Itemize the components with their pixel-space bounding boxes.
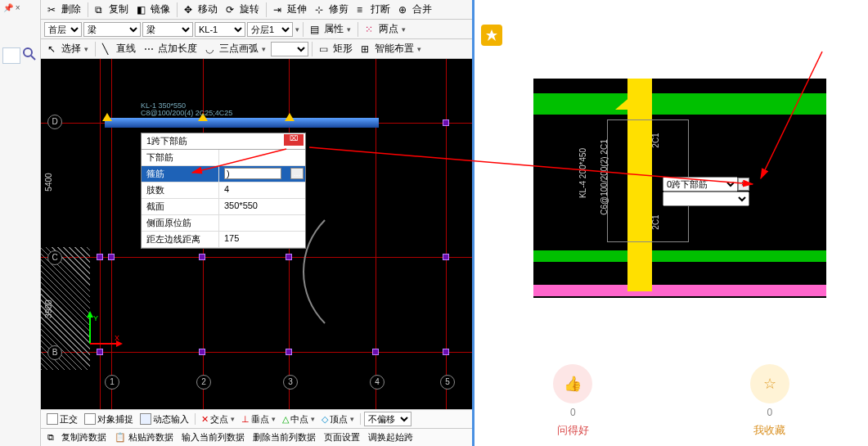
osnap-toggle[interactable]: 对象捕捉 xyxy=(82,413,136,426)
cross-toggle[interactable]: ✕交点▾ xyxy=(199,413,237,426)
axis-bubble-b: B xyxy=(47,345,62,360)
property-key: 下部筋 xyxy=(142,150,219,165)
adjust-start-button[interactable]: 调换起始跨 xyxy=(365,430,416,444)
major-combo[interactable]: 梁 xyxy=(83,22,141,37)
drawing-canvas[interactable]: KL-1 350*550 C8@100/200(4) 2C25;4C25 540… xyxy=(41,59,472,409)
close-icon[interactable]: ⌧ xyxy=(284,134,304,146)
extend-button[interactable]: ⇥延伸 xyxy=(270,2,310,17)
member-combo[interactable]: KL-1 xyxy=(195,22,245,37)
properties-icon: ▤ xyxy=(310,24,322,35)
property-value[interactable]: 4 xyxy=(219,182,305,198)
mirror-button[interactable]: ◧镜像 xyxy=(133,2,173,17)
ref-stirrup-label: C6@100/200(2) 2C1 xyxy=(600,139,609,214)
ellipsis-button[interactable]: … xyxy=(290,168,304,179)
property-row[interactable]: 截面350*550 xyxy=(142,199,305,215)
axis-bubble-3: 3 xyxy=(283,375,298,390)
like-label: 问得好 xyxy=(557,423,589,438)
property-key: 截面 xyxy=(142,199,219,214)
line-button[interactable]: ╲直线 xyxy=(99,41,139,56)
property-row[interactable]: 肢数4 xyxy=(142,182,305,199)
mid-toggle[interactable]: △中点▾ xyxy=(280,413,317,426)
smart-layout-button[interactable]: ⊞智能布置▾ xyxy=(358,41,425,56)
arc-icon: ◡ xyxy=(205,43,217,55)
dyn-toggle[interactable]: 动态输入 xyxy=(137,413,191,426)
toolbar-draw: ↖选择▾ ╲直线 ⋯点加长度 ◡三点画弧▾ ▭矩形 ⊞智能布置▾ xyxy=(41,39,472,59)
sublayer-combo[interactable]: 分层1 xyxy=(247,22,293,37)
copy-icon: ⧉ xyxy=(95,4,106,16)
svg-marker-3 xyxy=(87,311,93,318)
property-value[interactable] xyxy=(219,215,305,231)
statusbar-data: ⧉复制跨数据 📋粘贴跨数据 输入当前列数据 删除当前列数据 页面设置 调换起始跨 xyxy=(41,428,472,446)
ref-beam-label: KL-4 200*450 xyxy=(578,148,587,198)
property-value[interactable] xyxy=(219,150,305,165)
favorite-button[interactable]: ☆ 0 我收藏 xyxy=(750,364,789,438)
property-row[interactable]: 下部筋 xyxy=(142,150,305,166)
pin-icon[interactable]: 📌 × xyxy=(3,3,20,12)
like-button[interactable]: 👍 0 问得好 xyxy=(553,364,592,438)
input-col-button[interactable]: 输入当前列数据 xyxy=(178,430,248,444)
ref-combo-2[interactable] xyxy=(663,191,749,206)
copy-button[interactable]: ⧉复制 xyxy=(92,2,132,17)
search-icon[interactable] xyxy=(23,47,36,61)
left-gutter: 📌 × xyxy=(0,0,41,446)
delete-button[interactable]: ✂删除 xyxy=(44,2,84,17)
apex-toggle[interactable]: ◇顶点▾ xyxy=(319,413,357,426)
arc-extra-combo[interactable] xyxy=(271,42,308,56)
svg-text:X: X xyxy=(115,334,119,342)
rotate-button[interactable]: ⟳旋转 xyxy=(223,2,263,17)
property-value[interactable]: 350*550 xyxy=(219,199,305,214)
property-row[interactable]: 箍筋… xyxy=(142,166,305,182)
axis-bubble-2: 2 xyxy=(196,375,211,390)
rotate-icon: ⟳ xyxy=(226,4,237,16)
move-button[interactable]: ✥移动 xyxy=(181,2,221,17)
property-panel[interactable]: 1跨下部筋 ⌧ 下部筋箍筋…肢数4截面350*550侧面原位筋距左边线距离175 xyxy=(141,133,306,249)
axis-bubble-4: 4 xyxy=(370,375,385,390)
page-setup-button[interactable]: 页面设置 xyxy=(321,430,363,444)
property-row[interactable]: 距左边线距离175 xyxy=(142,232,305,248)
axis-bubble-c: C xyxy=(47,250,62,265)
point-icon: ⋯ xyxy=(144,43,155,55)
dim-3900: 3900 xyxy=(44,300,53,318)
point-extend-button[interactable]: ⋯点加长度 xyxy=(141,41,200,56)
search-input[interactable] xyxy=(2,47,20,64)
fav-label: 我收藏 xyxy=(753,423,785,438)
move-icon: ✥ xyxy=(184,4,196,16)
select-button[interactable]: ↖选择▾ xyxy=(44,41,92,56)
like-count: 0 xyxy=(570,407,576,418)
svg-line-1 xyxy=(31,56,35,60)
arc-button[interactable]: ◡三点画弧▾ xyxy=(202,41,269,56)
delete-col-button[interactable]: 删除当前列数据 xyxy=(250,430,319,444)
copy-span-button[interactable]: ⧉复制跨数据 xyxy=(44,430,110,444)
paste-span-button[interactable]: 📋粘贴跨数据 xyxy=(111,430,177,444)
bookmark-icon[interactable] xyxy=(481,25,502,46)
ref-combo[interactable]: 0跨下部筋 xyxy=(663,177,738,191)
trim-button[interactable]: ⊹修剪 xyxy=(312,2,352,17)
ref-close-icon[interactable]: × xyxy=(738,178,749,191)
property-row[interactable]: 侧面原位筋 xyxy=(142,215,305,232)
dim-5400: 5400 xyxy=(44,173,53,191)
property-key: 侧面原位筋 xyxy=(142,215,219,231)
svg-marker-8 xyxy=(486,29,497,41)
property-key: 肢数 xyxy=(142,182,219,198)
mirror-icon: ◧ xyxy=(137,4,148,16)
rect-button[interactable]: ▭矩形 xyxy=(316,41,356,56)
merge-button[interactable]: ⊕合并 xyxy=(395,2,435,17)
scissors-icon: ✂ xyxy=(47,4,59,16)
chevron-down-icon[interactable]: ▾ xyxy=(295,25,299,34)
property-input[interactable] xyxy=(224,168,281,179)
property-value[interactable]: … xyxy=(219,166,305,182)
twopoint-button[interactable]: ⁙两点▾ xyxy=(362,21,409,37)
paste-icon: 📋 xyxy=(115,432,126,444)
offset-combo[interactable]: 不偏移 xyxy=(364,412,412,426)
break-button[interactable]: ≡打断 xyxy=(353,2,394,17)
ortho-toggle[interactable]: 正交 xyxy=(44,413,80,426)
property-value[interactable]: 175 xyxy=(219,232,305,247)
properties-button[interactable]: ▤属性▾ xyxy=(307,21,354,37)
type-combo[interactable]: 梁 xyxy=(142,22,193,37)
ref-dim-2: 2C1 xyxy=(651,214,660,229)
ref-dim: 2C1 xyxy=(651,133,660,147)
perp-toggle[interactable]: ⊥垂点▾ xyxy=(239,413,278,426)
rect-icon: ▭ xyxy=(319,43,331,55)
floor-combo[interactable]: 首层 xyxy=(44,22,82,37)
svg-point-0 xyxy=(24,48,32,56)
